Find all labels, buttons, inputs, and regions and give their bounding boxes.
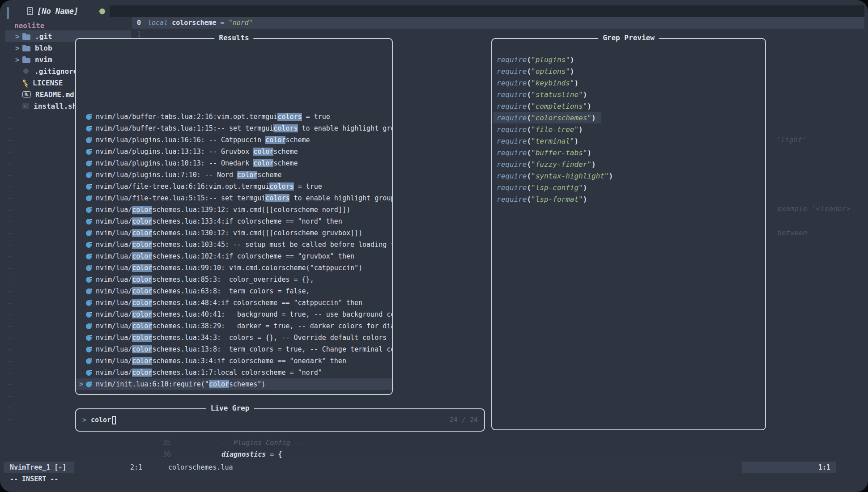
result-row[interactable]: nvim/lua/plugins.lua:7:10: -- Nord color… [76,169,392,181]
result-text: scheme [257,171,281,179]
preview-line[interactable]: require("syntax-highlight") [493,170,618,182]
keyword-token: local [148,19,168,27]
lua-icon [86,149,92,155]
background-text-fragment: between [777,229,807,237]
empty-line-tilde: ~ [8,332,12,344]
selected-marker-icon: > [79,380,83,388]
paren-token: ) [579,125,583,134]
result-row[interactable]: nvim/lua/colorschemes.lua:1:7:local colo… [76,367,392,378]
result-text: nvim/lua/ [96,229,132,237]
result-row[interactable]: >nvim/init.lua:6:10:require("colorscheme… [76,378,392,390]
editor-cursor-line[interactable]: 0 local colorscheme = "nord" [132,17,864,29]
result-text: nvim/lua/ [96,287,132,295]
result-text: schemes.lua:103:45: -- setup must be cal… [152,241,392,249]
preview-line[interactable]: require("terminal") [493,135,584,147]
live-grep-box[interactable]: Live Grep > color 24 / 24 [75,408,485,432]
lua-icon [86,288,92,294]
keyword-token: require [497,55,527,64]
result-row[interactable]: nvim/lua/buffer-tabs.lua:2:16:vim.opt.te… [76,111,392,123]
result-text: nvim/lua/ [96,322,132,330]
result-row[interactable]: nvim/lua/colorschemes.lua:63:8: term_col… [76,285,392,297]
empty-line-tilde: ~ [8,181,12,193]
match-highlight: color [132,276,152,284]
result-row[interactable]: nvim/lua/buffer-tabs.lua:1:15:-- set ter… [76,123,392,134]
result-row[interactable]: nvim/lua/colorschemes.lua:3:4:if colorsc… [76,355,392,367]
paren-token: ( [527,137,531,145]
result-row[interactable]: nvim/lua/colorschemes.lua:40:41: backgro… [76,309,392,320]
match-highlight: color [132,345,152,353]
result-text: nvim/lua/ [96,252,132,260]
match-highlight: color [132,206,152,214]
paren-token: ) [591,114,596,122]
preview-line[interactable]: require("plugins") [493,54,579,65]
chevron-right-icon: > [15,44,22,52]
result-row[interactable]: nvim/lua/file-tree.lua:5:15:-- set termg… [76,192,392,204]
search-input[interactable]: color [91,416,111,424]
comment-token: -- Plugins Config -- [221,439,302,447]
keyword-token: require [497,137,527,145]
result-row[interactable]: nvim/lua/file-tree.lua:6:16:vim.opt.term… [76,181,392,192]
preview-line[interactable]: require("fuzzy-finder") [493,158,601,170]
result-row[interactable]: nvim/lua/colorschemes.lua:13:8: term_col… [76,344,392,355]
lua-icon [86,184,92,190]
preview-line[interactable]: require("statusline") [493,89,592,100]
match-highlight: color [253,148,273,156]
identifier-token: colorscheme [172,19,216,27]
keyword-token: require [497,172,527,180]
brace-token: { [278,450,282,458]
preview-line[interactable]: require("keybinds") [493,77,584,89]
empty-line-tilde: ~ [8,379,12,390]
lua-icon [86,265,92,271]
match-highlight: color [132,217,152,225]
file-tree-root[interactable]: neolite [5,20,131,31]
result-row[interactable]: nvim/lua/colorschemes.lua:139:12: vim.cm… [76,204,392,216]
preview-line[interactable]: require("colorschemes") [493,112,601,123]
file-name: .gitignore [34,67,77,76]
buffer-tab[interactable]: [No Name] [27,5,78,17]
result-row[interactable]: nvim/lua/colorschemes.lua:102:4:if color… [76,250,392,262]
result-row[interactable]: nvim/lua/plugins.lua:16:16: -- Catppucci… [76,134,392,146]
preview-line[interactable]: require("lsp-config") [493,182,592,193]
result-row[interactable]: nvim/lua/colorschemes.lua:99:10: vim.cmd… [76,262,392,274]
match-highlight: color [253,159,273,167]
result-row[interactable]: nvim/lua/colorschemes.lua:34:3: colors =… [76,332,392,344]
lua-icon [86,323,92,329]
preview-line[interactable]: require("buffer-tabs") [493,147,597,158]
result-text: nvim/lua/ [96,264,132,272]
result-row[interactable]: nvim/lua/colorschemes.lua:38:29: darker … [76,320,392,332]
empty-line-tilde: ~ [8,146,12,158]
empty-line-tilde: ~ [8,390,12,402]
keyword-token: require [497,183,527,192]
empty-line-tilde: ~ [8,170,12,181]
preview-line[interactable]: require("lsp-format") [493,193,592,205]
match-highlight: color [132,264,152,272]
match-highlight: color [132,322,152,330]
lua-icon [86,207,92,213]
background-text-fragment: 'light' [776,136,806,144]
result-text: nvim/lua/ [96,357,132,365]
result-row[interactable]: nvim/lua/colorschemes.lua:48:4:if colors… [76,297,392,309]
result-row[interactable]: nvim/lua/colorschemes.lua:130:12: vim.cm… [76,227,392,239]
result-row[interactable]: nvim/lua/colorschemes.lua:133:4:if color… [76,216,392,227]
results-list: nvim/lua/buffer-tabs.lua:2:16:vim.opt.te… [76,111,392,390]
result-row[interactable]: nvim/lua/plugins.lua:13:13: -- Gruvbox c… [76,146,392,157]
chevron-right-icon: > [15,55,22,64]
grep-preview-title: Grep Preview [598,34,659,42]
string-token: "plugins" [531,55,570,64]
paren-token: ) [574,137,579,145]
chevron-right-icon: > [15,32,22,41]
paren-token: ( [527,172,531,180]
match-highlight: colors [273,124,298,132]
paren-token: ( [527,102,531,110]
result-row[interactable]: nvim/lua/colorschemes.lua:103:45: -- set… [76,239,392,250]
paren-token: ) [608,172,613,180]
result-row[interactable]: nvim/lua/plugins.lua:10:13: -- Onedark c… [76,157,392,169]
result-text: scheme [273,159,298,167]
folder-icon [22,58,30,63]
result-row[interactable]: nvim/lua/colorschemes.lua:85:3: color_ov… [76,274,392,285]
preview-line[interactable]: require("options") [493,65,579,77]
preview-line[interactable]: require("file-tree") [493,123,588,135]
result-text: = true [294,182,322,191]
preview-line[interactable]: require("completions") [493,100,597,112]
empty-line-tilde: ~ [8,321,12,332]
